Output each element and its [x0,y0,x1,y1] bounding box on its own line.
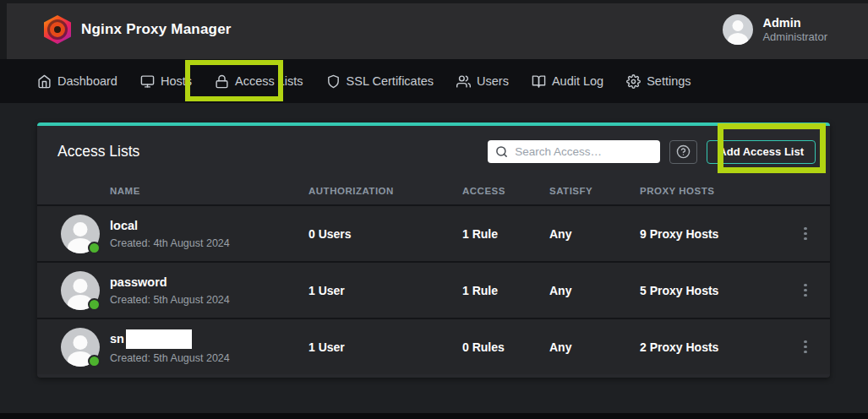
table-header-row: NAME AUTHORIZATION ACCESS SATISFY PROXY … [37,177,830,204]
avatar-cell [37,215,110,253]
name-cell: sn Created: 5th August 2024 [110,329,308,365]
row-menu-kebab-icon[interactable] [796,335,815,359]
avatar-cell [37,328,110,367]
col-header-satisfy: SATISFY [549,186,640,196]
lock-icon [215,74,229,89]
user-name: Admin [762,15,827,30]
help-button[interactable] [669,140,697,164]
row-menu-kebab-icon[interactable] [796,222,815,246]
home-icon [37,74,52,89]
nav-label: Audit Log [552,74,603,88]
shield-icon [326,74,341,89]
col-header-name: NAME [110,186,308,196]
help-circle-icon [676,144,691,159]
nav-item-dashboard[interactable]: Dashboard [37,74,117,89]
monitor-icon [140,74,155,89]
authorization-cell: 0 Users [308,227,462,241]
name-cell: password Created: 5th August 2024 [110,274,308,306]
gear-icon [626,74,641,89]
authorization-cell: 1 User [308,340,462,354]
user-avatar [723,14,753,45]
authorization-cell: 1 User [308,284,462,297]
access-list-name: local [110,219,138,232]
proxy-hosts-cell: 5 Proxy Hosts [640,284,796,297]
redaction-box [126,329,192,349]
add-access-list-button[interactable]: Add Access List [707,140,816,164]
access-list-avatar [61,271,100,310]
nav-item-access-lists[interactable]: Access Lists [215,74,303,89]
access-list-name: sn [110,332,124,346]
nav-label: Users [477,74,509,88]
search-icon [495,145,508,158]
access-lists-panel: Access Lists Add Access List NAME AUTHOR… [37,122,830,378]
nav-item-audit-log[interactable]: Audit Log [532,74,603,89]
page-content: Access Lists Add Access List NAME AUTHOR… [0,103,868,419]
access-cell: 1 Rule [462,227,549,241]
col-header-access: ACCESS [462,186,549,196]
access-cell: 0 Rules [462,340,549,354]
access-list-name: password [110,275,167,289]
nav-label: Access Lists [235,74,303,88]
logo-ring [50,22,65,37]
npm-logo-icon[interactable] [44,15,71,44]
satisfy-cell: Any [549,227,640,241]
topbar: Nginx Proxy Manager Admin Administrator [0,0,868,59]
avatar-cell [37,271,110,310]
nav-label: Hosts [161,74,192,88]
status-online-dot [88,298,101,311]
created-date: Created: 5th August 2024 [110,352,308,365]
app-title: Nginx Proxy Manager [81,21,232,38]
search-input[interactable] [515,145,652,158]
nav-item-settings[interactable]: Settings [626,74,691,89]
satisfy-cell: Any [549,284,640,297]
proxy-hosts-cell: 9 Proxy Hosts [640,227,796,241]
users-icon [456,74,471,89]
window-top-edge [0,0,868,3]
access-cell: 1 Rule [462,284,549,297]
col-header-proxy-hosts: PROXY HOSTS [640,186,796,196]
status-online-dot [88,242,101,254]
table-row[interactable]: sn Created: 5th August 2024 1 User 0 Rul… [37,318,830,374]
nav-label: Settings [647,74,691,88]
book-icon [532,74,546,89]
nav-item-users[interactable]: Users [456,74,509,89]
row-menu-kebab-icon[interactable] [796,279,815,302]
proxy-hosts-cell: 2 Proxy Hosts [640,340,796,354]
table-row[interactable]: password Created: 5th August 2024 1 User… [37,261,830,318]
name-cell: local Created: 4th August 2024 [110,217,308,249]
nav-label: SSL Certificates [347,74,434,88]
user-role: Administrator [762,30,827,44]
nav-item-hosts[interactable]: Hosts [140,74,192,89]
user-menu[interactable]: Admin Administrator [723,14,827,45]
panel-header: Access Lists Add Access List [37,126,830,177]
status-online-dot [88,355,101,367]
table-row[interactable]: local Created: 4th August 2024 0 Users 1… [37,204,830,261]
access-list-avatar [61,215,100,253]
nav-label: Dashboard [57,74,117,88]
main-nav: Dashboard Hosts Access Lists SSL Certifi… [0,59,868,103]
satisfy-cell: Any [549,340,640,354]
window-left-edge [0,0,7,59]
bottom-edge-strip [0,413,868,419]
created-date: Created: 4th August 2024 [110,237,308,250]
panel-title: Access Lists [57,143,139,161]
access-list-avatar [61,328,100,367]
created-date: Created: 5th August 2024 [110,294,308,307]
col-header-authorization: AUTHORIZATION [308,186,462,196]
search-box [488,140,660,163]
nav-item-ssl-certificates[interactable]: SSL Certificates [326,74,434,89]
